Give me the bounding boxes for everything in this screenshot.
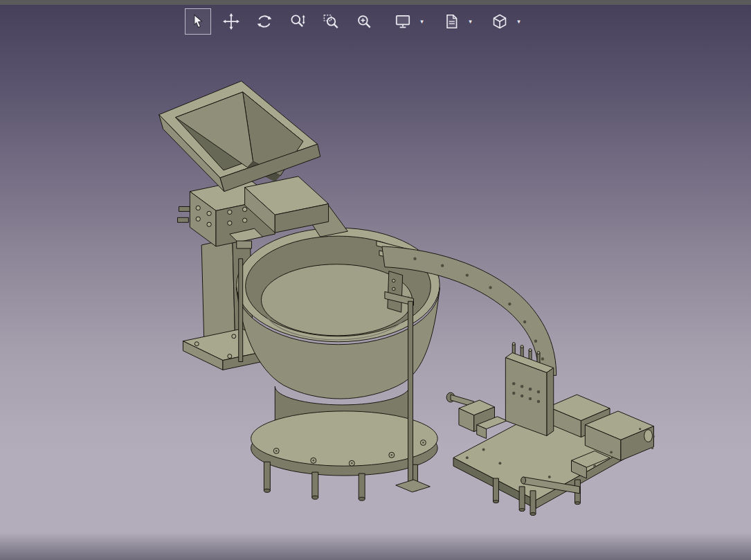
- cad-3d-viewport[interactable]: [0, 5, 751, 560]
- view-cube-dropdown-caret[interactable]: ▾: [516, 19, 523, 25]
- track-support-rod[interactable]: [408, 301, 413, 484]
- pan-tool-button[interactable]: [218, 8, 244, 35]
- orbit-tool-button[interactable]: [251, 8, 278, 35]
- pan-arrows-icon: [222, 12, 240, 30]
- fullscreen-view-button[interactable]: [390, 8, 416, 35]
- window-top-strip: [0, 0, 751, 5]
- orbit-rotate-icon: [255, 12, 273, 30]
- zoom-region-tool-button[interactable]: [318, 8, 344, 35]
- document-style-icon: [442, 12, 460, 30]
- magnifier-region-icon: [322, 12, 340, 30]
- left-shaft-knob-unit[interactable]: [446, 392, 507, 438]
- track-clamp[interactable]: [388, 271, 403, 312]
- axonometric-cube-icon: [491, 12, 509, 30]
- track-mount-plates[interactable]: [505, 353, 553, 436]
- fullscreen-dropdown-caret[interactable]: ▾: [419, 19, 426, 25]
- magnifier-plus-icon: [355, 12, 373, 30]
- draw-style-button[interactable]: [438, 8, 464, 35]
- select-tool-button[interactable]: [185, 8, 211, 35]
- draw-style-dropdown-caret[interactable]: ▾: [467, 19, 474, 25]
- monitor-icon: [394, 12, 412, 30]
- zoom-drag-tool-button[interactable]: [284, 8, 311, 35]
- zoom-in-tool-button[interactable]: [351, 8, 377, 35]
- feeder-machine-model[interactable]: [159, 81, 654, 516]
- magnifier-updown-arrow-icon: [289, 12, 307, 30]
- left-support-rod[interactable]: [239, 259, 243, 362]
- view-cube-button[interactable]: [487, 8, 513, 35]
- view-navigation-toolbar: ▾ ▾ ▾: [0, 7, 729, 36]
- cursor-arrow-icon: [189, 12, 207, 30]
- rod-foot-plate[interactable]: [396, 480, 431, 492]
- pick-station[interactable]: [446, 343, 654, 516]
- hopper[interactable]: [159, 81, 320, 192]
